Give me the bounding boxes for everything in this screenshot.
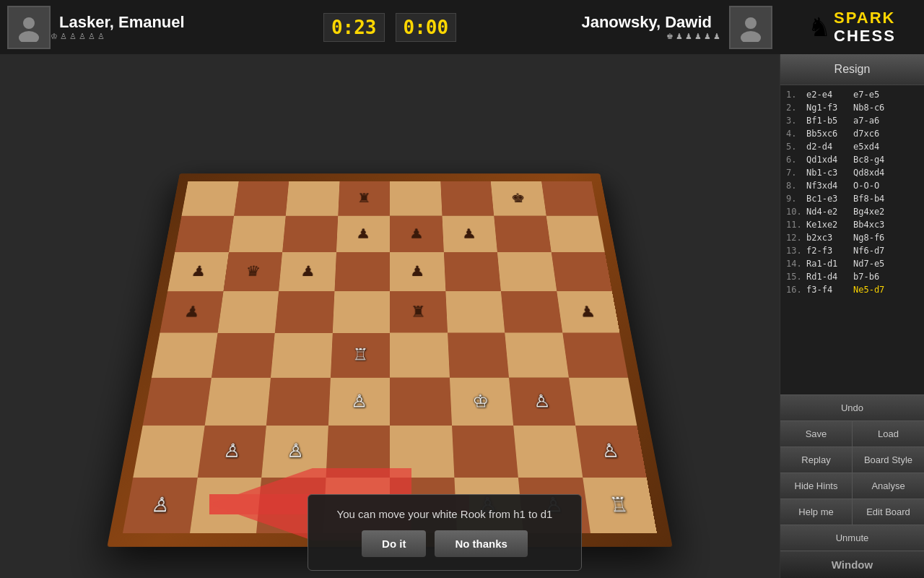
cell-4-3[interactable]: ♖ (331, 332, 390, 377)
cell-3-7[interactable]: ♟ (557, 290, 620, 332)
move-white[interactable]: Ke1xe2 (806, 220, 853, 230)
move-white[interactable]: d2-d4 (806, 142, 853, 152)
replay-button[interactable]: Replay (780, 447, 853, 473)
help-me-button[interactable]: Help me (780, 499, 853, 525)
move-white[interactable]: Nb1-c3 (806, 168, 853, 178)
cell-2-0[interactable]: ♟ (167, 252, 228, 291)
move-black[interactable]: Bc8-g4 (853, 155, 918, 165)
move-white[interactable]: Ng1-f3 (806, 103, 853, 113)
move-row[interactable]: 15.Rd1-d4b7-b6 (780, 270, 924, 283)
do-it-button[interactable]: Do it (362, 530, 426, 557)
piece-white-♙[interactable]: ♙ (123, 477, 197, 532)
board-style-button[interactable]: Board Style (853, 447, 924, 473)
piece-black-♜[interactable]: ♜ (338, 181, 390, 215)
move-black[interactable]: Bb4xc3 (853, 220, 918, 230)
cell-6-6[interactable] (513, 425, 583, 477)
move-row[interactable]: 6.Qd1xd4Bc8-g4 (780, 153, 924, 166)
move-black[interactable]: O-O-O (853, 181, 918, 191)
cell-4-5[interactable] (448, 332, 509, 377)
move-black[interactable]: Ng8-f6 (853, 233, 918, 243)
move-white[interactable]: f2-f3 (806, 246, 853, 256)
cell-2-3[interactable] (334, 252, 390, 291)
move-row[interactable]: 5.d2-d4e5xd4 (780, 140, 924, 153)
move-black[interactable]: b7-b6 (853, 272, 918, 282)
cell-1-0[interactable] (175, 215, 233, 252)
move-row[interactable]: 8.Nf3xd4O-O-O (780, 179, 924, 192)
cell-1-5[interactable]: ♟ (442, 215, 497, 252)
piece-black-♟[interactable]: ♟ (160, 290, 224, 332)
move-white[interactable]: Nf3xd4 (806, 181, 853, 191)
move-row[interactable]: 7.Nb1-c3Qd8xd4 (780, 166, 924, 179)
cell-5-4[interactable] (390, 377, 452, 425)
analyse-button[interactable]: Analyse (853, 473, 924, 499)
move-row[interactable]: 9.Bc1-e3Bf8-b4 (780, 192, 924, 205)
cell-4-0[interactable] (152, 332, 217, 377)
cell-2-5[interactable] (443, 252, 500, 291)
move-black[interactable]: Bg4xe2 (853, 207, 918, 217)
piece-black-♛[interactable]: ♛ (223, 252, 282, 291)
cell-2-2[interactable]: ♟ (279, 252, 336, 291)
cell-4-6[interactable] (505, 332, 568, 377)
move-black[interactable]: a7-a6 (853, 116, 918, 126)
cell-3-3[interactable] (332, 290, 390, 332)
piece-black-♜[interactable]: ♜ (390, 290, 448, 332)
hide-hints-button[interactable]: Hide Hints (780, 473, 853, 499)
piece-white-♙[interactable]: ♙ (197, 425, 266, 477)
cell-0-4[interactable] (390, 181, 442, 215)
piece-white-♖[interactable]: ♖ (583, 477, 657, 532)
edit-board-button[interactable]: Edit Board (853, 499, 924, 525)
cell-4-1[interactable] (212, 332, 275, 377)
piece-white-♙[interactable]: ♙ (575, 425, 647, 477)
cell-5-7[interactable] (568, 377, 637, 425)
move-black[interactable]: Qd8xd4 (853, 168, 918, 178)
cell-5-3[interactable]: ♙ (328, 377, 390, 425)
cell-2-7[interactable] (551, 252, 611, 291)
cell-3-0[interactable]: ♟ (160, 290, 224, 332)
window-button[interactable]: Window (780, 551, 924, 578)
cell-7-7[interactable]: ♖ (583, 477, 657, 532)
cell-0-6[interactable]: ♚ (491, 181, 546, 215)
cell-0-7[interactable] (541, 181, 598, 215)
move-row[interactable]: 14.Ra1-d1Nd7-e5 (780, 257, 924, 270)
cell-1-2[interactable] (282, 215, 338, 252)
piece-black-♟[interactable]: ♟ (390, 215, 443, 252)
move-row[interactable]: 16.f3-f4Ne5-d7 (780, 283, 924, 296)
cell-4-4[interactable] (390, 332, 449, 377)
unmute-button[interactable]: Unmute (780, 525, 924, 551)
cell-3-5[interactable] (445, 290, 505, 332)
move-black[interactable]: Nf6-d7 (853, 246, 918, 256)
cell-6-3[interactable] (326, 425, 390, 477)
cell-5-2[interactable] (266, 377, 331, 425)
cell-0-1[interactable] (234, 181, 289, 215)
move-black[interactable]: Bf8-b4 (853, 194, 918, 204)
cell-6-4[interactable] (390, 425, 454, 477)
move-row[interactable]: 10.Nd4-e2Bg4xe2 (780, 205, 924, 218)
move-white[interactable]: Ra1-d1 (806, 259, 853, 269)
load-button[interactable]: Load (853, 420, 924, 447)
cell-6-0[interactable] (133, 425, 204, 477)
save-button[interactable]: Save (780, 420, 853, 447)
piece-black-♟[interactable]: ♟ (390, 252, 445, 291)
move-row[interactable]: 2.Ng1-f3Nb8-c6 (780, 101, 924, 114)
move-black[interactable]: Nd7-e5 (853, 259, 918, 269)
cell-1-4[interactable]: ♟ (390, 215, 443, 252)
move-row[interactable]: 1.e2-e4e7-e5 (780, 88, 924, 101)
cell-3-1[interactable] (217, 290, 279, 332)
piece-black-♟[interactable]: ♟ (557, 290, 620, 332)
cell-1-3[interactable]: ♟ (336, 215, 390, 252)
move-white[interactable]: b2xc3 (806, 233, 853, 243)
cell-0-2[interactable] (286, 181, 339, 215)
cell-1-7[interactable] (546, 215, 604, 252)
cell-6-5[interactable] (452, 425, 518, 477)
move-white[interactable]: f3-f4 (806, 285, 853, 295)
cell-1-1[interactable] (229, 215, 286, 252)
cell-2-1[interactable]: ♛ (223, 252, 282, 291)
cell-3-2[interactable] (275, 290, 334, 332)
piece-black-♟[interactable]: ♟ (336, 215, 390, 252)
piece-white-♙[interactable]: ♙ (261, 425, 328, 477)
cell-6-7[interactable]: ♙ (575, 425, 647, 477)
piece-black-♟[interactable]: ♟ (279, 252, 336, 291)
cell-6-2[interactable]: ♙ (261, 425, 328, 477)
piece-white-♙[interactable]: ♙ (509, 377, 575, 425)
cell-0-3[interactable]: ♜ (338, 181, 390, 215)
